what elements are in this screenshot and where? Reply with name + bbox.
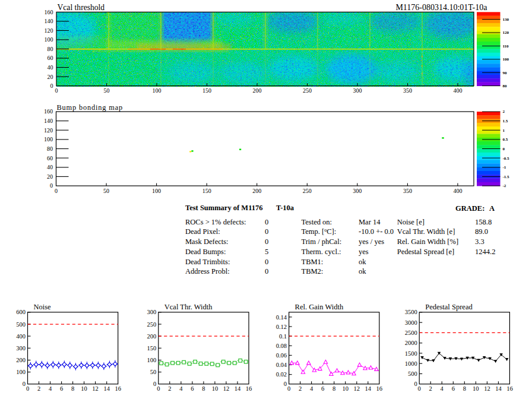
svg-text:250: 250	[303, 188, 312, 194]
svg-text:10: 10	[342, 385, 349, 392]
svg-text:16: 16	[115, 385, 121, 392]
svg-text:8: 8	[463, 385, 466, 392]
svg-text:100: 100	[45, 36, 53, 43]
svg-text:4: 4	[310, 385, 314, 392]
svg-text:50: 50	[103, 188, 109, 194]
svg-text:1.5: 1.5	[503, 119, 508, 124]
svg-text:Address Probl:: Address Probl:	[185, 267, 230, 276]
svg-text:0: 0	[265, 258, 268, 266]
svg-text:Dead Bumps:: Dead Bumps:	[185, 248, 226, 256]
svg-text:Dead Pixel:: Dead Pixel:	[185, 227, 220, 236]
svg-text:M1176-080314.10:01T-10a: M1176-080314.10:01T-10a	[395, 3, 487, 12]
svg-text:150: 150	[147, 345, 157, 352]
svg-text:-0.5: -0.5	[503, 156, 510, 161]
svg-text:A: A	[489, 204, 495, 213]
svg-text:3000: 3000	[405, 319, 417, 326]
svg-text:14: 14	[103, 385, 110, 392]
svg-text:60: 60	[47, 155, 53, 162]
svg-text:0.02: 0.02	[276, 371, 287, 378]
svg-text:T-10a: T-10a	[276, 204, 294, 212]
svg-text:-1: -1	[503, 165, 506, 170]
svg-text:Dead Trimbits:: Dead Trimbits:	[185, 258, 230, 266]
svg-text:Pedestal Spread [e]: Pedestal Spread [e]	[397, 248, 455, 256]
svg-text:Rel. Gain Width: Rel. Gain Width	[295, 303, 344, 311]
svg-text:GRADE:: GRADE:	[455, 204, 484, 213]
svg-text:2: 2	[37, 385, 40, 392]
svg-text:Bump bonding map: Bump bonding map	[57, 103, 124, 112]
svg-text:0.06: 0.06	[276, 352, 287, 359]
svg-text:Mask Defects:: Mask Defects:	[185, 238, 229, 246]
svg-text:1244.2: 1244.2	[475, 248, 495, 256]
svg-text:16: 16	[506, 385, 513, 392]
svg-text:40: 40	[47, 164, 53, 170]
svg-text:Test Summary of M1176: Test Summary of M1176	[185, 204, 262, 212]
svg-text:16: 16	[246, 385, 252, 392]
svg-text:yes: yes	[359, 248, 369, 256]
svg-text:-1.5: -1.5	[503, 175, 510, 179]
svg-text:120: 120	[503, 30, 509, 35]
svg-text:0: 0	[503, 147, 505, 151]
svg-text:300: 300	[353, 188, 362, 194]
svg-text:80: 80	[503, 84, 508, 88]
svg-text:8: 8	[202, 385, 205, 392]
svg-text:Therm. cycl.:: Therm. cycl.:	[302, 248, 341, 256]
svg-text:40: 40	[48, 64, 53, 71]
svg-text:Noise: Noise	[34, 303, 52, 311]
svg-text:6: 6	[60, 385, 63, 392]
svg-text:TBM1:: TBM1:	[302, 258, 324, 266]
svg-text:14: 14	[235, 385, 241, 392]
svg-text:89.0: 89.0	[475, 227, 488, 236]
svg-text:200: 200	[252, 188, 261, 194]
svg-text:0.12: 0.12	[276, 324, 287, 330]
svg-text:100: 100	[152, 188, 161, 194]
svg-text:6: 6	[452, 385, 455, 392]
svg-text:Mar 14: Mar 14	[359, 218, 381, 226]
svg-text:300: 300	[353, 87, 362, 94]
svg-text:Vcal Thr. Width [e]: Vcal Thr. Width [e]	[397, 227, 455, 236]
svg-text:130: 130	[503, 17, 509, 22]
svg-text:120: 120	[45, 27, 53, 34]
svg-text:Vcal threshold: Vcal threshold	[58, 3, 105, 12]
svg-text:100: 100	[44, 136, 53, 142]
svg-text:16: 16	[376, 385, 383, 392]
svg-text:3.3: 3.3	[475, 238, 484, 246]
svg-text:0: 0	[265, 227, 268, 236]
svg-text:0: 0	[26, 385, 29, 392]
svg-text:350: 350	[403, 188, 412, 194]
svg-text:200: 200	[16, 357, 26, 363]
svg-text:0: 0	[265, 267, 268, 276]
svg-text:400: 400	[454, 87, 463, 94]
svg-text:400: 400	[453, 188, 462, 194]
svg-text:140: 140	[44, 118, 53, 124]
svg-text:ok: ok	[359, 267, 366, 276]
svg-text:Tested on:: Tested on:	[302, 218, 332, 226]
svg-text:250: 250	[147, 321, 157, 328]
svg-text:400: 400	[16, 333, 26, 340]
svg-text:300: 300	[147, 309, 157, 315]
svg-text:0.04: 0.04	[276, 362, 287, 368]
svg-text:150: 150	[202, 87, 211, 94]
svg-text:250: 250	[303, 87, 312, 94]
svg-text:50: 50	[104, 87, 110, 94]
svg-text:4: 4	[49, 385, 52, 392]
svg-text:Temp. [oC]:: Temp. [oC]:	[302, 227, 337, 236]
svg-text:0: 0	[153, 381, 156, 387]
svg-text:200: 200	[147, 333, 157, 340]
svg-text:12: 12	[223, 385, 230, 392]
svg-text:80: 80	[48, 46, 53, 52]
svg-text:160: 160	[44, 108, 53, 115]
svg-text:1000: 1000	[405, 360, 417, 367]
svg-text:yes / yes: yes / yes	[359, 238, 384, 246]
svg-text:8: 8	[332, 385, 335, 392]
svg-text:300: 300	[16, 345, 26, 352]
svg-text:12: 12	[92, 385, 99, 392]
svg-text:0: 0	[55, 87, 58, 94]
svg-text:0: 0	[287, 385, 290, 392]
svg-text:10: 10	[473, 385, 479, 392]
svg-text:350: 350	[403, 87, 412, 94]
svg-text:0.14: 0.14	[276, 314, 287, 321]
svg-text:50: 50	[150, 369, 157, 375]
svg-text:100: 100	[16, 369, 26, 375]
svg-text:100: 100	[147, 357, 157, 363]
svg-text:1: 1	[503, 128, 505, 133]
